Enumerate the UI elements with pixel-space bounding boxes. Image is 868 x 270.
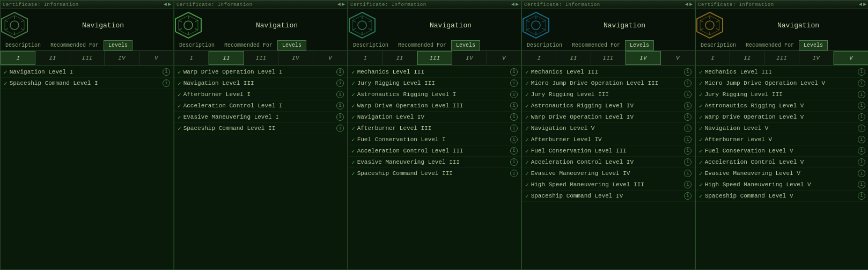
level-button-I[interactable]: I <box>1 51 35 65</box>
level-button-II[interactable]: II <box>209 51 244 65</box>
level-button-IV[interactable]: IV <box>799 51 834 65</box>
nav-next-button[interactable]: ► <box>342 2 345 8</box>
info-icon[interactable]: i <box>858 79 865 87</box>
info-icon[interactable]: i <box>858 125 865 132</box>
skill-item: ✓Evasive Maneuvering Level Ii <box>174 112 347 123</box>
tab-description[interactable]: Description <box>174 40 219 50</box>
info-icon[interactable]: i <box>858 136 865 143</box>
nav-prev-button[interactable]: ◄ <box>511 2 514 8</box>
level-button-IV[interactable]: IV <box>626 51 660 65</box>
level-button-III[interactable]: III <box>591 51 626 65</box>
level-button-IV[interactable]: IV <box>278 51 313 65</box>
level-button-II[interactable]: II <box>730 51 764 65</box>
nav-prev-button[interactable]: ◄ <box>337 2 341 8</box>
info-icon[interactable]: i <box>858 181 865 188</box>
tab-recommended-for[interactable]: Recommended For <box>567 40 625 50</box>
tab-levels[interactable]: Levels <box>625 40 654 50</box>
level-button-II[interactable]: II <box>35 51 70 65</box>
info-icon[interactable]: i <box>336 102 344 110</box>
level-button-III[interactable]: III <box>244 51 278 65</box>
info-icon[interactable]: i <box>336 113 344 121</box>
info-icon[interactable]: i <box>510 102 518 110</box>
skill-item: ✓Spaceship Command Level IIIi <box>348 168 521 179</box>
level-button-I[interactable]: I <box>696 51 730 65</box>
tab-levels[interactable]: Levels <box>799 40 828 50</box>
level-button-I[interactable]: I <box>522 51 556 65</box>
info-icon[interactable]: i <box>684 102 692 110</box>
info-icon[interactable]: i <box>684 125 692 132</box>
info-icon[interactable]: i <box>684 113 692 121</box>
info-icon[interactable]: i <box>684 147 692 155</box>
info-icon[interactable]: i <box>510 125 518 132</box>
tab-description[interactable]: Description <box>696 40 741 50</box>
info-icon[interactable]: i <box>684 68 692 76</box>
tab-description[interactable]: Description <box>348 40 393 50</box>
nav-next-button[interactable]: ► <box>516 2 519 8</box>
info-icon[interactable]: i <box>684 79 692 87</box>
panel-3: Certificate: Information◄► NavigationDes… <box>348 0 521 270</box>
info-icon[interactable]: i <box>858 68 865 76</box>
info-icon[interactable]: i <box>163 68 170 76</box>
level-button-III[interactable]: III <box>764 51 799 65</box>
tab-description[interactable]: Description <box>522 40 567 50</box>
level-button-V[interactable]: V <box>487 51 521 65</box>
info-icon[interactable]: i <box>510 113 518 121</box>
info-icon[interactable]: i <box>336 68 344 76</box>
nav-prev-button[interactable]: ◄ <box>685 2 688 8</box>
info-icon[interactable]: i <box>163 79 170 87</box>
skill-name: Warp Drive Operation Level III <box>357 103 508 109</box>
tab-recommended-for[interactable]: Recommended For <box>46 40 104 50</box>
level-buttons-row: IIIIIIIVV <box>522 51 695 65</box>
level-button-IV[interactable]: IV <box>452 51 487 65</box>
level-button-I[interactable]: I <box>174 51 209 65</box>
nav-next-button[interactable]: ► <box>689 2 693 8</box>
tab-recommended-for[interactable]: Recommended For <box>741 40 799 50</box>
tab-description[interactable]: Description <box>1 40 46 50</box>
level-button-IV[interactable]: IV <box>105 51 139 65</box>
info-icon[interactable]: i <box>858 113 865 121</box>
level-button-II[interactable]: II <box>556 51 591 65</box>
info-icon[interactable]: i <box>858 170 865 177</box>
info-icon[interactable]: i <box>510 158 518 166</box>
skill-name: Navigation Level IV <box>357 114 508 120</box>
level-button-V[interactable]: V <box>661 51 695 65</box>
info-icon[interactable]: i <box>336 79 344 87</box>
level-button-III[interactable]: III <box>417 51 452 65</box>
info-icon[interactable]: i <box>684 91 692 98</box>
tab-levels[interactable]: Levels <box>277 40 306 50</box>
check-icon: ✓ <box>699 114 703 121</box>
info-icon[interactable]: i <box>510 170 518 177</box>
tab-recommended-for[interactable]: Recommended For <box>393 40 451 50</box>
info-icon[interactable]: i <box>510 136 518 143</box>
nav-next-button[interactable]: ► <box>168 2 171 8</box>
level-button-V[interactable]: V <box>313 51 347 65</box>
info-icon[interactable]: i <box>684 170 692 177</box>
info-icon[interactable]: i <box>510 91 518 98</box>
nav-prev-button[interactable]: ◄ <box>859 2 862 8</box>
level-button-V[interactable]: V <box>139 51 173 65</box>
info-icon[interactable]: i <box>684 158 692 166</box>
info-icon[interactable]: i <box>684 136 692 143</box>
info-icon[interactable]: i <box>510 79 518 87</box>
skill-item: ✓Jury Rigging Level IIIi <box>348 78 521 89</box>
info-icon[interactable]: i <box>858 147 865 155</box>
info-icon[interactable]: i <box>336 91 344 98</box>
info-icon[interactable]: i <box>858 102 865 110</box>
info-icon[interactable]: i <box>858 158 865 166</box>
info-icon[interactable]: i <box>858 192 865 200</box>
level-button-III[interactable]: III <box>70 51 105 65</box>
nav-next-button[interactable]: ► <box>863 2 866 8</box>
level-button-II[interactable]: II <box>382 51 417 65</box>
tab-levels[interactable]: Levels <box>104 40 133 50</box>
info-icon[interactable]: i <box>336 125 344 132</box>
tab-levels[interactable]: Levels <box>451 40 480 50</box>
tab-recommended-for[interactable]: Recommended For <box>219 40 277 50</box>
info-icon[interactable]: i <box>510 147 518 155</box>
info-icon[interactable]: i <box>510 68 518 76</box>
nav-prev-button[interactable]: ◄ <box>164 2 167 8</box>
level-button-V[interactable]: V <box>834 51 868 65</box>
level-button-I[interactable]: I <box>348 51 382 65</box>
info-icon[interactable]: i <box>684 192 692 200</box>
info-icon[interactable]: i <box>684 181 692 188</box>
info-icon[interactable]: i <box>858 91 865 98</box>
